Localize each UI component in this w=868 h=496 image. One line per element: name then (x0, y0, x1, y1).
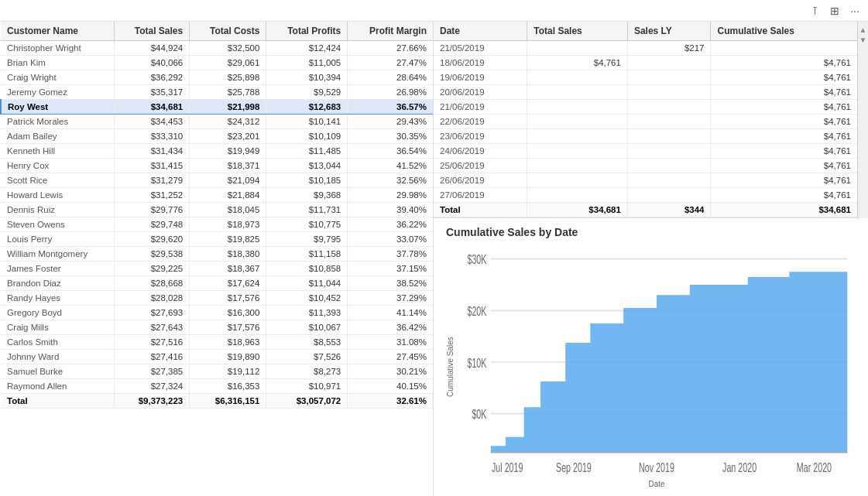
total-sales-cell: $29,225 (115, 262, 190, 276)
table-row[interactable]: Steven Owens $29,748 $18,973 $10,775 36.… (1, 217, 433, 232)
top-bar: ⊺ ⊞ ··· (0, 0, 868, 22)
cumulative-cell: $4,761 (711, 144, 857, 159)
date-table: Date Total Sales Sales LY Cumulative Sal… (434, 22, 857, 217)
table-row[interactable]: Gregory Boyd $27,693 $16,300 $11,393 41.… (1, 306, 433, 320)
date-table-row[interactable]: 19/06/2019 $4,761 (434, 70, 857, 85)
sales-cell (527, 100, 628, 115)
x-axis-label: Date (458, 480, 856, 488)
total-profits-cell: $10,141 (266, 115, 348, 129)
col-profit-margin[interactable]: Profit Margin (348, 22, 433, 41)
scroll-down-icon[interactable]: ▼ (859, 36, 867, 44)
date-table-row[interactable]: 27/06/2019 $4,761 (434, 188, 857, 203)
profit-margin-cell: 27.66% (348, 41, 433, 56)
cumulative-cell: $4,761 (711, 188, 857, 203)
chart-title: Cumulative Sales by Date (446, 226, 856, 238)
table-row[interactable]: Craig Wright $36,292 $25,898 $10,394 28.… (1, 70, 433, 85)
profit-margin-cell: 31.08% (348, 335, 433, 350)
profit-margin-cell: 41.52% (348, 159, 433, 173)
sales-cell (527, 115, 628, 129)
col-sales-ly[interactable]: Sales LY (627, 22, 711, 41)
svg-text:$30K: $30K (467, 252, 487, 267)
total-costs-cell: $18,973 (190, 217, 266, 232)
date-total-row: Total $34,681 $344 $34,681 (434, 203, 857, 217)
date-table-container[interactable]: Date Total Sales Sales LY Cumulative Sal… (434, 22, 857, 218)
date-table-row[interactable]: 18/06/2019 $4,761 $4,761 (434, 56, 857, 70)
svg-text:$20K: $20K (467, 304, 487, 319)
date-table-row[interactable]: 22/06/2019 $4,761 (434, 115, 857, 129)
table-row[interactable]: Johnny Ward $27,416 $19,890 $7,526 27.45… (1, 350, 433, 364)
date-table-row[interactable]: 23/06/2019 $4,761 (434, 129, 857, 144)
table-row[interactable]: Samuel Burke $27,385 $19,112 $8,273 30.2… (1, 364, 433, 379)
table-row[interactable]: Brian Kim $40,066 $29,061 $11,005 27.47% (1, 56, 433, 70)
date-table-row[interactable]: 25/06/2019 $4,761 (434, 159, 857, 173)
total-sales-cell: $31,252 (115, 188, 190, 203)
total-profits-cell: $10,452 (266, 291, 348, 306)
col-customer-name[interactable]: Customer Name (1, 22, 115, 41)
sales-ly-cell (627, 129, 711, 144)
table-row[interactable]: Craig Mills $27,643 $17,576 $10,067 36.4… (1, 320, 433, 335)
total-sales-cell: $34,681 (115, 100, 190, 115)
customer-name-cell: Adam Bailey (1, 129, 115, 144)
chart-section: Cumulative Sales by Date Cumulative Sale… (434, 218, 868, 496)
table-row[interactable]: Carlos Smith $27,516 $18,963 $8,553 31.0… (1, 335, 433, 350)
svg-text:Jan 2020: Jan 2020 (722, 460, 756, 474)
scroll-up-icon[interactable]: ▲ (859, 26, 867, 34)
profit-margin-cell: 38.52% (348, 276, 433, 291)
customer-table-container[interactable]: Customer Name Total Sales Total Costs To… (0, 22, 433, 496)
sales-ly-cell (627, 188, 711, 203)
table-row[interactable]: William Montgomery $29,538 $18,380 $11,1… (1, 247, 433, 262)
total-costs-cell: $19,112 (190, 364, 266, 379)
customer-name-cell: Scott Rice (1, 173, 115, 188)
table-row[interactable]: Howard Lewis $31,252 $21,884 $9,368 29.9… (1, 188, 433, 203)
customer-name-cell: Roy West (1, 100, 115, 115)
col-sales[interactable]: Total Sales (527, 22, 628, 41)
table-row[interactable]: Roy West $34,681 $21,998 $12,683 36.57% (1, 100, 433, 115)
total-costs-cell: $19,825 (190, 232, 266, 247)
chart-wrapper: Cumulative Sales $30K $20K (446, 246, 856, 488)
table-row[interactable]: James Foster $29,225 $18,367 $10,858 37.… (1, 262, 433, 276)
total-label: Total (1, 394, 115, 409)
table-row[interactable]: Adam Bailey $33,310 $23,201 $10,109 30.3… (1, 129, 433, 144)
table-row[interactable]: Scott Rice $31,279 $21,094 $10,185 32.56… (1, 173, 433, 188)
total-sales-cell: $35,317 (115, 85, 190, 100)
total-costs-cell: $18,371 (190, 159, 266, 173)
more-options-icon[interactable]: ··· (848, 4, 862, 18)
filter-icon[interactable]: ⊺ (808, 4, 822, 18)
customer-name-cell: Randy Hayes (1, 291, 115, 306)
date-table-row[interactable]: 24/06/2019 $4,761 (434, 144, 857, 159)
total-sales-cell: $31,434 (115, 144, 190, 159)
col-total-profits[interactable]: Total Profits (266, 22, 348, 41)
customer-table: Customer Name Total Sales Total Costs To… (0, 22, 433, 409)
date-table-row[interactable]: 21/06/2019 $4,761 (434, 100, 857, 115)
table-row[interactable]: Randy Hayes $28,028 $17,576 $10,452 37.2… (1, 291, 433, 306)
table-row[interactable]: Christopher Wright $44,924 $32,500 $12,4… (1, 41, 433, 56)
customer-name-cell: Dennis Ruiz (1, 203, 115, 217)
layout-icon[interactable]: ⊞ (828, 4, 842, 18)
sales-ly-cell: $217 (627, 41, 711, 56)
table-row[interactable]: Kenneth Hill $31,434 $19,949 $11,485 36.… (1, 144, 433, 159)
table-row[interactable]: Raymond Allen $27,324 $16,353 $10,971 40… (1, 379, 433, 394)
total-costs-cell: $25,898 (190, 70, 266, 85)
left-panel: Customer Name Total Sales Total Costs To… (0, 22, 434, 496)
table-row[interactable]: Jeremy Gomez $35,317 $25,788 $9,529 26.9… (1, 85, 433, 100)
total-profits-cell: $10,394 (266, 70, 348, 85)
table-row[interactable]: Brandon Diaz $28,668 $17,624 $11,044 38.… (1, 276, 433, 291)
sales-ly-cell (627, 100, 711, 115)
customer-name-cell: Carlos Smith (1, 335, 115, 350)
table-row[interactable]: Henry Cox $31,415 $18,371 $13,044 41.52% (1, 159, 433, 173)
date-table-row[interactable]: 26/06/2019 $4,761 (434, 173, 857, 188)
total-costs-cell: $16,300 (190, 306, 266, 320)
cumulative-cell: $4,761 (711, 129, 857, 144)
col-total-sales[interactable]: Total Sales (115, 22, 190, 41)
total-profits-cell: $10,775 (266, 217, 348, 232)
col-date[interactable]: Date (434, 22, 527, 41)
table-row[interactable]: Patrick Morales $34,453 $24,312 $10,141 … (1, 115, 433, 129)
table-row[interactable]: Louis Perry $29,620 $19,825 $9,795 33.07… (1, 232, 433, 247)
col-cumulative[interactable]: Cumulative Sales (711, 22, 857, 41)
date-table-row[interactable]: 20/06/2019 $4,761 (434, 85, 857, 100)
col-total-costs[interactable]: Total Costs (190, 22, 266, 41)
table-row[interactable]: Dennis Ruiz $29,776 $18,045 $11,731 39.4… (1, 203, 433, 217)
total-profits-cell: $11,158 (266, 247, 348, 262)
date-table-row[interactable]: 21/05/2019 $217 (434, 41, 857, 56)
customer-name-cell: Samuel Burke (1, 364, 115, 379)
